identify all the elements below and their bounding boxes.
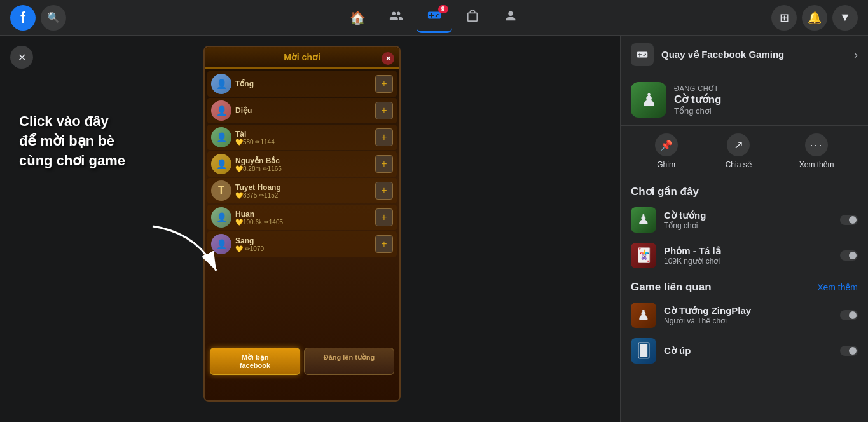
- related-games-title: Game liên quan: [631, 281, 712, 294]
- game-dialog-header: Mời chơi ✕: [205, 47, 399, 69]
- coup-thumbnail: 🂠: [631, 338, 656, 364]
- marketplace-icon: [465, 9, 479, 26]
- close-icon: ✕: [18, 51, 26, 64]
- playing-label: ĐANG CHƠI: [674, 85, 858, 93]
- nav-left: f 🔍: [10, 5, 66, 31]
- more-button[interactable]: ··· Xem thêm: [799, 133, 834, 169]
- player-row: 👤 Huan 💛100.6k ✏1405 +: [207, 205, 397, 230]
- player-name-dieu: Diệu: [235, 106, 371, 115]
- game-screenshot: Mời chơi ✕ 👤 Tổng + 👤: [203, 46, 401, 402]
- more-icon-circle: ···: [805, 133, 828, 156]
- game-inner: Mời chơi ✕ 👤 Tổng + 👤: [205, 47, 399, 400]
- friends-icon: [389, 9, 403, 26]
- add-sang-button[interactable]: +: [375, 235, 393, 253]
- nav-home-button[interactable]: 🏠: [340, 3, 376, 33]
- more-label: Xem thêm: [799, 160, 834, 169]
- zing-thumbnail: ♟: [631, 303, 656, 328]
- game-bottom-buttons: Mời bạnfacebook Đăng lên tường: [210, 348, 394, 375]
- search-button[interactable]: 🔍: [41, 5, 66, 31]
- chevron-right-icon: ›: [854, 48, 858, 62]
- player-row: 👤 Sang 💛 ✏1070 +: [207, 231, 397, 257]
- player-row: T Tuyet Hoang 💛8375 ✏1152 +: [207, 178, 397, 203]
- player-row: 👤 Diệu +: [207, 98, 397, 123]
- player-name-huan: Huan: [235, 210, 371, 219]
- groups-icon: [504, 9, 518, 26]
- current-game-section: ♟ ĐANG CHƠI Cờ tướng Tổng chơi: [621, 74, 868, 126]
- annotation-text: Click vào đây để mời bạn bè cùng chơi ga…: [19, 112, 125, 170]
- co-tuong-title: Cờ tướng: [664, 210, 832, 221]
- player-name-sang: Sang: [235, 236, 371, 245]
- player-avatar-tai: 👤: [211, 127, 231, 147]
- recent-game-co-tuong[interactable]: ♟ Cờ tướng Tổng chơi: [621, 202, 868, 238]
- player-avatar-tuyet: T: [211, 180, 231, 201]
- phom-title: Phỏm - Tá lả: [664, 245, 832, 257]
- pin-icon: 📌: [660, 139, 673, 151]
- related-game-zing[interactable]: ♟ Cờ Tướng ZingPlay Người và Thế chơi: [621, 297, 868, 333]
- phom-sub: 109K người chơi: [664, 257, 832, 266]
- player-row: 👤 Tổng +: [207, 71, 397, 97]
- back-header-label: Quay về Facebook Gaming: [661, 49, 846, 60]
- phom-thumbnail: 🃏: [631, 243, 656, 268]
- invite-facebook-button[interactable]: Mời bạnfacebook: [210, 348, 300, 375]
- back-to-gaming-button[interactable]: Quay về Facebook Gaming ›: [621, 36, 868, 74]
- see-more-related-link[interactable]: Xem thêm: [817, 282, 858, 292]
- nav-groups-button[interactable]: [493, 3, 528, 33]
- add-nguyen-button[interactable]: +: [375, 155, 393, 173]
- game-close-x[interactable]: ✕: [382, 52, 394, 65]
- gaming-badge: 9: [438, 5, 448, 13]
- post-leaderboard-button[interactable]: Đăng lên tường: [304, 348, 394, 375]
- game-area: ✕ Click vào đây để mời bạn bè cùng chơi …: [0, 36, 620, 422]
- facebook-logo[interactable]: f: [10, 5, 36, 31]
- player-avatar-nguyen: 👤: [211, 154, 231, 174]
- recent-games-header: Chơi gần đây: [621, 177, 868, 202]
- add-tuyet-button[interactable]: +: [375, 182, 393, 200]
- pin-label: Ghim: [657, 160, 675, 169]
- player-name-tong: Tổng: [235, 79, 371, 88]
- share-icon: ↗: [734, 138, 743, 152]
- recent-game-phom[interactable]: 🃏 Phỏm - Tá lả 109K người chơi: [621, 238, 868, 273]
- current-game-sub: Tổng chơi: [674, 106, 858, 116]
- close-button[interactable]: ✕: [10, 46, 33, 69]
- zing-title: Cờ Tướng ZingPlay: [664, 305, 832, 316]
- nav-gaming-button[interactable]: 9: [417, 3, 452, 33]
- account-menu-button[interactable]: ▼: [832, 5, 858, 31]
- related-game-coup[interactable]: 🂠 Cờ úp: [621, 333, 868, 369]
- add-huan-button[interactable]: +: [375, 208, 393, 226]
- add-dieu-button[interactable]: +: [375, 102, 393, 119]
- player-stats-tuyet: 💛8375 ✏1152: [235, 192, 371, 199]
- coup-title: Cờ úp: [664, 345, 832, 357]
- zing-toggle[interactable]: [840, 310, 858, 320]
- player-name-nguyen: Nguyễn Bắc: [235, 156, 371, 165]
- phom-toggle[interactable]: [840, 250, 858, 261]
- player-list: 👤 Tổng + 👤 Diệu + 👤: [205, 69, 399, 259]
- bell-icon: 🔔: [808, 11, 822, 25]
- nav-marketplace-button[interactable]: [455, 3, 490, 33]
- pin-icon-circle: 📌: [655, 133, 678, 156]
- pin-button[interactable]: 📌 Ghim: [655, 133, 678, 169]
- current-game-thumbnail: ♟: [631, 82, 666, 118]
- player-stats-tai: 💛580 ✏1144: [235, 139, 371, 146]
- main-layout: ✕ Click vào đây để mời bạn bè cùng chơi …: [0, 36, 868, 422]
- nav-friends-button[interactable]: [378, 3, 414, 33]
- share-label: Chia sẻ: [726, 160, 752, 169]
- svg-point-0: [508, 11, 513, 16]
- notifications-button[interactable]: 🔔: [802, 5, 827, 31]
- coup-toggle[interactable]: [840, 346, 858, 356]
- annotation-arrow: [146, 220, 223, 283]
- share-icon-circle: ↗: [727, 133, 750, 156]
- home-icon: 🏠: [350, 10, 366, 25]
- add-tong-button[interactable]: +: [375, 75, 393, 93]
- player-stats-sang: 💛 ✏1070: [235, 245, 371, 252]
- add-tai-button[interactable]: +: [375, 128, 393, 146]
- current-game-title: Cờ tướng: [674, 93, 858, 106]
- action-row: 📌 Ghim ↗ Chia sẻ ··· Xem thêm: [621, 126, 868, 177]
- player-row: 👤 Nguyễn Bắc 💛8.28m ✏1165 +: [207, 151, 397, 177]
- player-row: 👤 Tài 💛580 ✏1144 +: [207, 125, 397, 150]
- apps-button[interactable]: ⊞: [771, 5, 797, 31]
- share-button[interactable]: ↗ Chia sẻ: [726, 133, 752, 169]
- player-stats-huan: 💛100.6k ✏1405: [235, 219, 371, 226]
- player-stats-nguyen: 💛8.28m ✏1165: [235, 165, 371, 172]
- co-tuong-toggle[interactable]: [840, 215, 858, 225]
- player-name-tuyet: Tuyet Hoang: [235, 183, 371, 192]
- right-panel: Quay về Facebook Gaming › ♟ ĐANG CHƠI Cờ…: [620, 36, 868, 422]
